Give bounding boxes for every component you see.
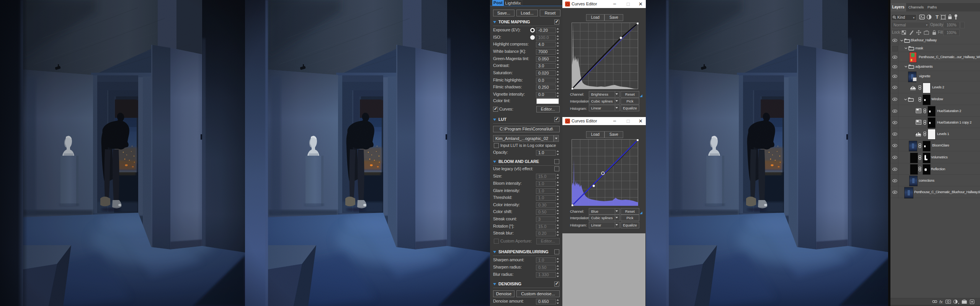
svg-text:fx: fx [939,299,943,304]
svg-text:T: T [936,14,939,20]
